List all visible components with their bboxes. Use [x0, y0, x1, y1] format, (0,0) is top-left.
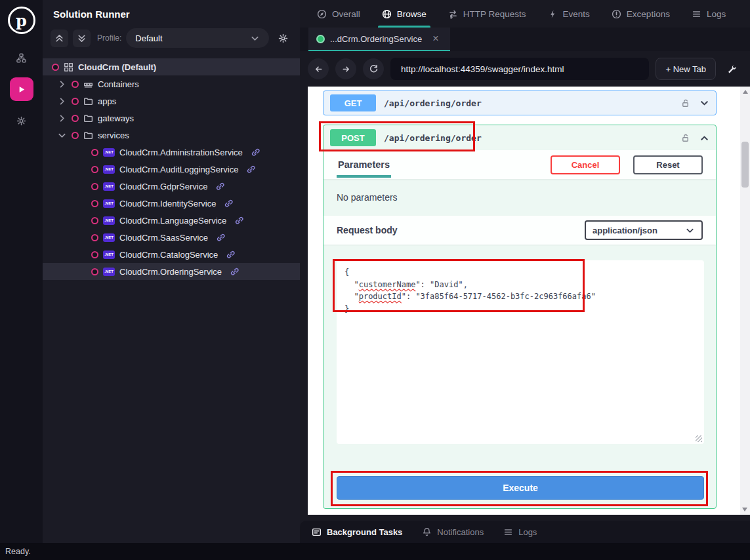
- collapse-all-button[interactable]: [51, 30, 68, 47]
- url-input[interactable]: http://localhost:44359/swagger/index.htm…: [390, 58, 649, 80]
- post-path: /api/ordering/order: [384, 133, 482, 143]
- tree-item[interactable]: .NETCloudCrm.SaasService: [43, 229, 300, 246]
- content-type-select[interactable]: application/json: [585, 220, 703, 240]
- expand-chevron-icon[interactable]: [699, 98, 709, 108]
- tree-item[interactable]: .NETCloudCrm.GdprService: [43, 178, 300, 195]
- new-tab-button[interactable]: + New Tab: [656, 58, 716, 80]
- tree-item-label: CloudCrm.GdprService: [119, 182, 207, 191]
- globe-icon: [382, 9, 392, 19]
- tab-label: Overall: [332, 9, 360, 19]
- bottom-item-logs[interactable]: Logs: [503, 527, 537, 537]
- tab-logs[interactable]: Logs: [692, 0, 726, 28]
- collapse-chevron-icon[interactable]: [699, 133, 709, 143]
- reset-button[interactable]: Reset: [633, 155, 703, 174]
- profile-label: Profile:: [97, 33, 121, 43]
- bottom-item-background-tasks[interactable]: Background Tasks: [312, 527, 402, 537]
- tree-item[interactable]: CloudCrm (Default): [43, 58, 300, 75]
- solution-tree: CloudCrm (Default)Containersappsgateways…: [43, 58, 300, 280]
- request-body-label: Request body: [337, 225, 398, 235]
- no-parameters-text: No parameters: [323, 179, 716, 216]
- request-body-header: Request body application/json: [323, 216, 716, 245]
- back-button[interactable]: [308, 58, 329, 79]
- project-grid-icon: [64, 62, 73, 72]
- dotnet-badge: .NET: [103, 199, 115, 208]
- tasks-icon: [312, 527, 322, 537]
- tree-item[interactable]: .NETCloudCrm.IdentityService: [43, 195, 300, 212]
- tree-item-label: CloudCrm.CatalogService: [119, 250, 218, 260]
- tab-browse[interactable]: Browse: [382, 0, 427, 28]
- folder-icon: [83, 130, 93, 140]
- forward-button[interactable]: [335, 58, 356, 79]
- profile-dropdown[interactable]: Default: [126, 28, 269, 48]
- run-button[interactable]: [10, 77, 33, 101]
- bottom-bar: Background TasksNotificationsLogs: [300, 521, 750, 543]
- link-icon: [226, 250, 236, 260]
- browser-tools-icon[interactable]: [722, 64, 741, 74]
- scrollbar-thumb[interactable]: [741, 142, 749, 188]
- status-circle-icon: [52, 64, 59, 71]
- scroll-down-icon[interactable]: [742, 508, 747, 511]
- scroll-up-icon[interactable]: [743, 90, 748, 94]
- bottom-item-notifications[interactable]: Notifications: [422, 527, 484, 537]
- chevron-right-icon: [57, 79, 67, 89]
- main-panel: OverallBrowseHTTP RequestsEventsExceptio…: [300, 0, 750, 543]
- status-text: Ready.: [5, 547, 31, 556]
- request-body-editor[interactable]: { "customerName": "David", "productId": …: [337, 260, 704, 444]
- tab-events[interactable]: Events: [548, 0, 590, 28]
- compass-icon: [317, 9, 327, 19]
- left-rail: p: [0, 0, 43, 543]
- status-circle-icon: [91, 234, 98, 241]
- browser-tab-title: ...dCrm.OrderingService: [330, 34, 422, 44]
- tab-exceptions[interactable]: Exceptions: [612, 0, 670, 28]
- get-method-badge: GET: [330, 94, 376, 111]
- dotnet-badge: .NET: [103, 182, 115, 191]
- tree-item[interactable]: .NETCloudCrm.AdministrationService: [43, 144, 300, 161]
- content-type-value: application/json: [593, 226, 657, 235]
- content-scrollbar[interactable]: [740, 87, 750, 515]
- tree-item[interactable]: .NETCloudCrm.LanguageService: [43, 212, 300, 229]
- auth-lock-icon[interactable]: [680, 133, 690, 143]
- expand-all-button[interactable]: [73, 30, 91, 47]
- status-circle-icon: [72, 98, 79, 105]
- tree-item-label: CloudCrm.OrderingService: [119, 267, 222, 277]
- browser-content: GET /api/ordering/order POST /api/orderi…: [308, 87, 750, 515]
- tree-item[interactable]: .NETCloudCrm.OrderingService: [43, 263, 300, 280]
- tab-http-requests[interactable]: HTTP Requests: [448, 0, 526, 28]
- folder-icon: [83, 113, 93, 123]
- status-circle-icon: [91, 268, 98, 275]
- swagger-post-block: POST /api/ordering/order Parameters Canc…: [323, 125, 717, 509]
- containers-icon: [83, 79, 93, 89]
- swagger-post-row[interactable]: POST /api/ordering/order: [323, 125, 716, 150]
- refresh-button[interactable]: [363, 58, 384, 79]
- dotnet-badge: .NET: [103, 148, 115, 157]
- resize-handle[interactable]: [696, 435, 702, 442]
- tree-item[interactable]: gateways: [43, 110, 300, 127]
- link-icon: [216, 233, 226, 243]
- profile-value: Default: [135, 33, 162, 43]
- status-circle-icon: [72, 81, 79, 88]
- solution-tree-icon[interactable]: [10, 47, 33, 69]
- tree-item[interactable]: Containers: [43, 75, 300, 92]
- tab-overall[interactable]: Overall: [317, 0, 360, 28]
- post-method-badge: POST: [330, 129, 376, 146]
- execute-button[interactable]: Execute: [337, 476, 704, 500]
- auth-lock-icon[interactable]: [680, 98, 690, 108]
- browser-tab-orderingservice[interactable]: ...dCrm.OrderingService ×: [308, 28, 450, 51]
- tree-item[interactable]: apps: [43, 92, 300, 110]
- tree-item-label: CloudCrm.SaasService: [119, 233, 208, 243]
- top-tab-bar: OverallBrowseHTTP RequestsEventsExceptio…: [300, 0, 750, 28]
- settings-icon[interactable]: [10, 110, 33, 132]
- tab-close-icon[interactable]: ×: [432, 33, 438, 44]
- profile-settings-button[interactable]: [274, 29, 292, 47]
- tab-label: Events: [563, 9, 590, 19]
- tree-item-label: services: [98, 130, 129, 140]
- tab-favicon-icon: [316, 35, 325, 43]
- swagger-get-row[interactable]: GET /api/ordering/order: [323, 90, 717, 115]
- tree-item[interactable]: .NETCloudCrm.AuditLoggingService: [43, 161, 300, 178]
- cancel-button[interactable]: Cancel: [551, 155, 620, 174]
- dotnet-badge: .NET: [103, 233, 115, 242]
- tree-item-label: gateways: [98, 113, 134, 123]
- tree-item-label: CloudCrm.LanguageService: [119, 216, 226, 226]
- tree-item[interactable]: .NETCloudCrm.CatalogService: [43, 246, 300, 263]
- tree-item[interactable]: services: [43, 127, 300, 144]
